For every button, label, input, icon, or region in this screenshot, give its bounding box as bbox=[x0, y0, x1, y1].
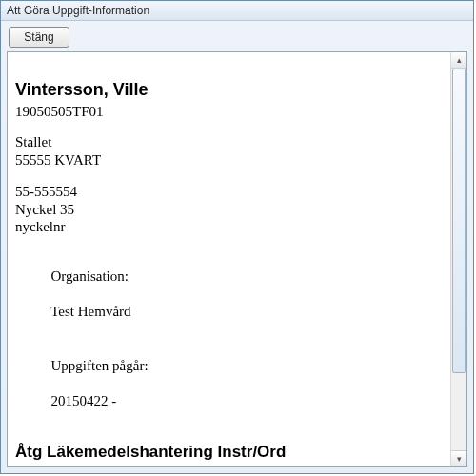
task-value: 20150422 - bbox=[51, 393, 117, 408]
task-label: Uppgiften pågår: bbox=[51, 358, 149, 373]
chevron-down-icon: ▾ bbox=[457, 454, 462, 464]
patient-address-line1: Stallet bbox=[15, 133, 444, 151]
task-row: Uppgiften pågår: 20150422 - bbox=[15, 339, 444, 428]
patient-phone: 55-555554 bbox=[15, 183, 444, 201]
vertical-scrollbar[interactable]: ▴ ▾ bbox=[450, 52, 466, 466]
chevron-up-icon: ▴ bbox=[457, 55, 462, 65]
close-button[interactable]: Stäng bbox=[9, 27, 69, 48]
document-view: Vintersson, Ville 19050505TF01 Stallet 5… bbox=[8, 52, 451, 466]
scroll-thumb[interactable] bbox=[452, 69, 466, 373]
patient-keynr: nyckelnr bbox=[15, 218, 444, 236]
patient-key: Nyckel 35 bbox=[15, 201, 444, 219]
window-frame: Att Göra Uppgift-Information Stäng Vinte… bbox=[0, 0, 474, 474]
patient-id: 19050505TF01 bbox=[15, 103, 444, 121]
patient-postal: 55555 KVART bbox=[15, 151, 444, 169]
window-title: Att Göra Uppgift-Information bbox=[1, 1, 473, 21]
action-heading: Åtg Läkemedelshantering Instr/Ord bbox=[15, 442, 444, 462]
scroll-up-button[interactable]: ▴ bbox=[451, 52, 466, 69]
toolbar: Stäng bbox=[1, 21, 473, 51]
org-row: Organisation: Test Hemvård bbox=[15, 249, 444, 339]
org-value: Test Hemvård bbox=[50, 304, 130, 319]
field-vad: Vad: bbox=[15, 464, 444, 466]
scroll-down-button[interactable]: ▾ bbox=[451, 450, 466, 466]
patient-name: Vintersson, Ville bbox=[15, 79, 444, 101]
content-panel: Vintersson, Ville 19050505TF01 Stallet 5… bbox=[7, 51, 467, 467]
org-label: Organisation: bbox=[51, 268, 129, 284]
